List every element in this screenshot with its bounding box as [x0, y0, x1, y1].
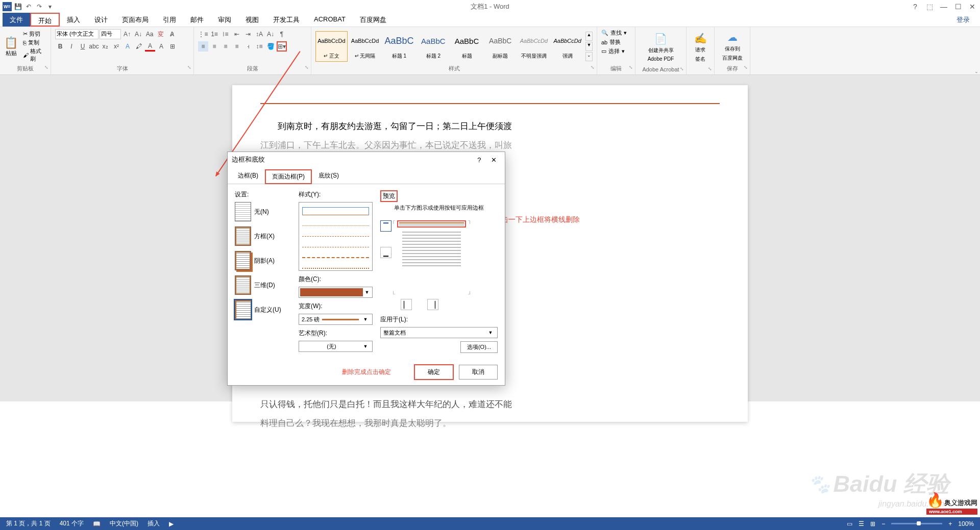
style-scroll-down[interactable]: ▼	[585, 42, 593, 51]
shading-icon[interactable]: 🪣	[265, 41, 276, 52]
close-icon[interactable]: ✕	[967, 3, 977, 11]
format-painter-button[interactable]: 🖌格式刷	[23, 47, 46, 63]
save-icon[interactable]: 💾	[13, 2, 22, 11]
select-button[interactable]: ▭选择 ▾	[601, 47, 625, 55]
style-heading2[interactable]: AaBbC标题 2	[417, 31, 449, 62]
apply-combo[interactable]: 整篇文档▼	[380, 327, 498, 338]
style-subtitle[interactable]: AaBbC副标题	[484, 31, 517, 62]
preview-box[interactable]: ┌ ┐ └ ┘	[395, 218, 469, 297]
decrease-indent-icon[interactable]: ⇤	[232, 29, 242, 39]
tab-border[interactable]: 边框(B)	[232, 169, 264, 184]
save-to-baidu-button[interactable]: ☁ 保存到百度网盘	[719, 29, 746, 64]
multilevel-icon[interactable]: ⁞≡	[220, 29, 231, 39]
cancel-button[interactable]: 取消	[459, 365, 498, 380]
style-expand[interactable]: ⌄	[585, 52, 593, 61]
dialog-help-icon[interactable]: ?	[473, 156, 485, 164]
view-read-icon[interactable]: ▭	[847, 520, 852, 527]
toggle-right-border[interactable]: ▕	[427, 299, 438, 310]
sort-icon[interactable]: A↓	[265, 29, 276, 39]
ribbon-display-icon[interactable]: ⬚	[924, 3, 935, 11]
toggle-left-border[interactable]: ▏	[401, 299, 412, 310]
page[interactable]: 到南京时，有朋友约去游逛，勾留了一日；第二日上午便须渡 江到浦口，下午上车北去。…	[232, 85, 748, 422]
change-case-icon[interactable]: Aa	[144, 29, 155, 39]
maximize-icon[interactable]: ☐	[953, 3, 963, 11]
paste-button[interactable]: 📋 粘贴	[4, 36, 18, 57]
style-emphasis[interactable]: AaBbCcDd强调	[551, 31, 583, 62]
status-macro-icon[interactable]: ▶	[169, 520, 174, 527]
style-list[interactable]	[299, 202, 373, 271]
status-mode[interactable]: 插入	[148, 519, 160, 528]
phonetic-icon[interactable]: 変	[156, 29, 166, 39]
style-subtle-emphasis[interactable]: AaBbCcDd不明显强调	[518, 31, 550, 62]
view-web-icon[interactable]: ⊞	[870, 520, 875, 527]
tab-review[interactable]: 审阅	[211, 13, 238, 27]
setting-3d[interactable]: 三维(D)	[235, 275, 291, 295]
ltrv-icon[interactable]: ↕A	[254, 29, 264, 39]
line-spacing-icon[interactable]: ↕≡	[254, 41, 264, 52]
zoom-slider[interactable]	[891, 523, 942, 524]
text-effects-icon[interactable]: A	[122, 41, 133, 52]
char-border-icon[interactable]: ⊞	[167, 41, 178, 52]
qat-dropdown-icon[interactable]: ▾	[45, 2, 55, 11]
copy-button[interactable]: ⎘复制	[23, 39, 46, 46]
style-normal[interactable]: AaBbCcDd↵ 正文	[315, 31, 348, 62]
toggle-top-border[interactable]: ▔	[380, 220, 391, 232]
show-marks-icon[interactable]: ¶	[277, 29, 287, 39]
zoom-level[interactable]: 100%	[958, 520, 974, 527]
view-print-icon[interactable]: ☰	[859, 520, 864, 527]
dialog-close-icon[interactable]: ✕	[487, 156, 501, 164]
request-signature-button[interactable]: ✍ 请求签名	[691, 29, 710, 65]
clear-format-icon[interactable]: A̷	[167, 29, 177, 39]
tab-design[interactable]: 设计	[87, 13, 115, 27]
tab-shading[interactable]: 底纹(S)	[312, 169, 345, 184]
replace-button[interactable]: ab替换	[601, 38, 621, 46]
color-combo[interactable]: ▼	[299, 287, 373, 298]
setting-custom[interactable]: 自定义(U)	[235, 300, 291, 319]
zoom-in-icon[interactable]: +	[948, 520, 952, 527]
numbering-icon[interactable]: 1≡	[209, 29, 219, 39]
align-left-icon[interactable]: ≡	[198, 41, 208, 52]
style-gallery[interactable]: AaBbCcDd↵ 正文 AaBbCcDd↵ 无间隔 AaBbC标题 1 AaB…	[315, 31, 583, 62]
undo-icon[interactable]: ↶	[24, 2, 33, 11]
bullets-icon[interactable]: ⋮≡	[198, 29, 208, 39]
status-proofing-icon[interactable]: 📖	[93, 520, 101, 527]
style-scroll-up[interactable]: ▲	[585, 32, 593, 41]
tab-insert[interactable]: 插入	[60, 13, 87, 27]
subscript-icon[interactable]: x₂	[100, 41, 110, 52]
bold-icon[interactable]: B	[55, 41, 65, 52]
tab-file[interactable]: 文件	[3, 13, 30, 27]
art-combo[interactable]: (无)▼	[299, 341, 373, 352]
style-nospacing[interactable]: AaBbCcDd↵ 无间隔	[349, 31, 381, 62]
font-size-select[interactable]: 四号	[100, 29, 121, 39]
grow-font-icon[interactable]: A↑	[122, 29, 132, 39]
status-words[interactable]: 401 个字	[60, 519, 84, 528]
ok-button[interactable]: 确定	[414, 364, 454, 380]
distribute-icon[interactable]: ⫞	[243, 41, 253, 52]
font-color-icon[interactable]: A	[145, 41, 155, 52]
superscript-icon[interactable]: x²	[111, 41, 121, 52]
tab-references[interactable]: 引用	[156, 13, 183, 27]
login-link[interactable]: 登录	[954, 13, 972, 27]
align-right-icon[interactable]: ≡	[220, 41, 231, 52]
redo-icon[interactable]: ↷	[35, 2, 44, 11]
zoom-out-icon[interactable]: −	[881, 520, 885, 527]
tab-page-border[interactable]: 页面边框(P)	[265, 169, 312, 184]
setting-shadow[interactable]: 阴影(A)	[235, 251, 291, 270]
find-button[interactable]: 🔍查找 ▾	[601, 29, 627, 37]
status-page[interactable]: 第 1 页，共 1 页	[6, 519, 51, 528]
strikethrough-icon[interactable]: abc	[89, 41, 99, 52]
font-name-select[interactable]: 宋体 (中文正文	[55, 29, 99, 39]
highlight-icon[interactable]: 🖍	[134, 41, 144, 52]
create-pdf-button[interactable]: 📄 创建并共享Adobe PDF	[640, 29, 682, 65]
help-icon[interactable]: ?	[910, 3, 920, 11]
tab-baidu[interactable]: 百度网盘	[353, 13, 394, 27]
tab-mailings[interactable]: 邮件	[183, 13, 211, 27]
setting-box[interactable]: 方框(X)	[235, 226, 291, 246]
status-language[interactable]: 中文(中国)	[110, 519, 138, 528]
tab-home[interactable]: 开始	[30, 13, 60, 27]
justify-icon[interactable]: ≡	[232, 41, 242, 52]
underline-icon[interactable]: U	[78, 41, 88, 52]
tab-acrobat[interactable]: ACROBAT	[307, 13, 353, 27]
minimize-icon[interactable]: —	[939, 3, 949, 11]
tab-view[interactable]: 视图	[238, 13, 266, 27]
